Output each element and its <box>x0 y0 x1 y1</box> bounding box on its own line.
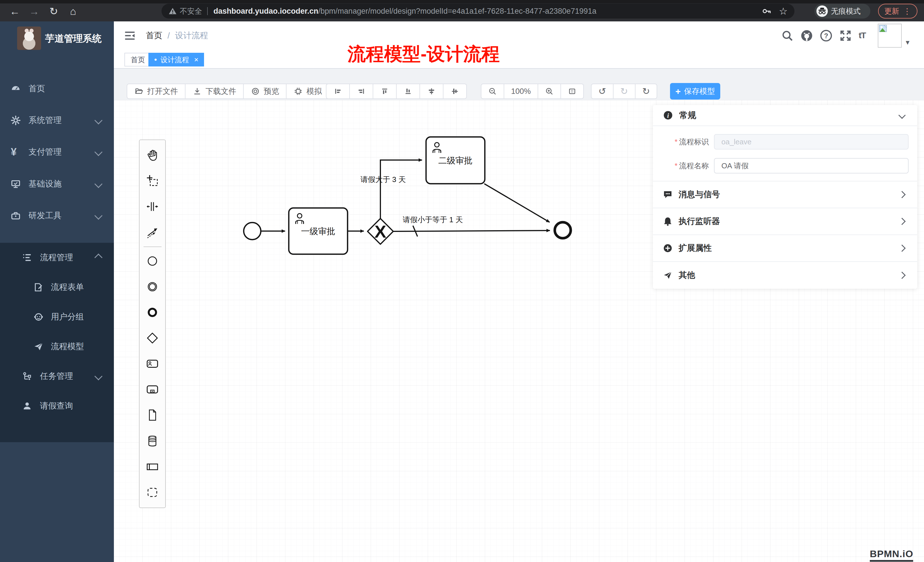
help-icon[interactable]: ? <box>820 29 832 42</box>
browser-reload-button[interactable]: ↻ <box>46 4 62 19</box>
sidebar-item-label: 支付管理 <box>28 146 62 158</box>
section-title: 扩展属性 <box>679 243 712 254</box>
fullscreen-icon[interactable] <box>839 29 852 42</box>
avatar-caret-icon[interactable]: ▾ <box>906 38 909 47</box>
panel-section-execution-listeners[interactable]: 执行监听器 <box>653 208 917 235</box>
sidebar-item-label: 请假查询 <box>40 400 73 412</box>
simulate-button[interactable]: 模拟 <box>286 84 329 99</box>
align-right-button[interactable] <box>350 84 373 99</box>
redo-button[interactable]: ↻ <box>614 84 636 99</box>
flow-gateway-to-end[interactable] <box>393 231 550 231</box>
sidebar-item-user-group[interactable]: 用户分组 <box>0 302 114 332</box>
align-hcenter-icon <box>451 87 459 95</box>
sidebar-item-dashboard[interactable]: 首页 <box>0 73 114 104</box>
sidebar-item-task-management[interactable]: 任务管理 <box>0 361 114 391</box>
designer-toolbar: 打开文件 下载文件 预览 <box>114 69 924 100</box>
tab-home[interactable]: 首页 <box>124 53 151 66</box>
plus-icon: + <box>675 86 681 97</box>
sidebar-item-system[interactable]: 系统管理 <box>0 104 114 136</box>
align-horizontal-center-button[interactable] <box>444 84 466 99</box>
save-model-button[interactable]: + 保存模型 <box>670 83 720 100</box>
avatar[interactable] <box>878 24 902 48</box>
panel-section-general[interactable]: i 常规 <box>653 105 917 126</box>
process-key-input[interactable] <box>714 134 909 150</box>
chevron-down-icon <box>898 112 906 119</box>
bpmn-task-first-approval[interactable]: 一级审批 <box>289 208 348 254</box>
update-chrome-button[interactable]: 更新 ⋮ <box>878 4 917 18</box>
undo-button[interactable]: ↺ <box>591 84 614 99</box>
bpmn-task-second-approval[interactable]: 二级审批 <box>426 137 485 184</box>
breadcrumb-separator: / <box>168 31 170 40</box>
sidebar-item-label: 任务管理 <box>40 370 73 382</box>
align-left-button[interactable] <box>327 84 350 99</box>
bpmn-io-watermark[interactable]: BPMN.iO <box>870 548 913 562</box>
align-right-icon <box>357 87 365 95</box>
browser-tab-strip <box>0 0 924 3</box>
annotation-title: 流程模型-设计流程 <box>348 42 500 66</box>
required-mark: * <box>675 162 678 170</box>
security-label: 不安全 <box>180 6 202 16</box>
search-icon[interactable] <box>781 29 794 42</box>
menu-fold-icon[interactable] <box>124 30 135 41</box>
restart-button[interactable]: ↻ <box>636 84 657 99</box>
breadcrumb-home[interactable]: 首页 <box>146 30 162 41</box>
bpmn-exclusive-gateway[interactable]: X <box>368 219 393 244</box>
chevron-down-icon <box>94 148 102 156</box>
bpmn-start-event[interactable] <box>244 223 261 240</box>
bell-icon <box>663 217 672 226</box>
button-label: 预览 <box>264 86 279 96</box>
panel-section-extended-attributes[interactable]: 扩展属性 <box>653 235 917 262</box>
zoom-level: 100% <box>504 84 538 99</box>
chevron-right-icon <box>898 244 906 252</box>
chevron-right-icon <box>898 218 906 225</box>
password-key-icon[interactable] <box>762 6 772 16</box>
svg-text:?: ? <box>824 32 828 40</box>
breadcrumb-current: 设计流程 <box>175 30 208 41</box>
sidebar-item-process-form[interactable]: 流程表单 <box>0 273 114 302</box>
github-icon[interactable] <box>801 29 813 42</box>
sidebar-item-devtools[interactable]: 研发工具 <box>0 200 114 231</box>
chevron-down-icon <box>94 116 102 124</box>
panel-section-messages-signals[interactable]: 消息与信号 <box>653 181 917 208</box>
align-top-button[interactable] <box>373 84 397 99</box>
open-file-button[interactable]: 打开文件 <box>127 84 186 99</box>
preview-button[interactable]: 预览 <box>244 84 286 99</box>
zoom-reset-button[interactable] <box>561 84 583 99</box>
flow-task2-to-end[interactable] <box>484 184 550 222</box>
align-bottom-button[interactable] <box>397 84 420 99</box>
browser-menu-icon[interactable]: ⋮ <box>903 7 911 16</box>
tab-design-process[interactable]: ● 设计流程 × <box>148 53 204 66</box>
url-host: dashboard.yudao.iocoder.cn <box>213 7 318 16</box>
address-bar[interactable]: 不安全 dashboard.yudao.iocoder.cn/bpm/manag… <box>162 4 795 18</box>
tab-close-icon[interactable]: × <box>194 55 198 64</box>
condition-label-gt3[interactable]: 请假大于 3 天 <box>360 175 406 184</box>
download-file-button[interactable]: 下载文件 <box>186 84 244 99</box>
sidebar-item-payment[interactable]: ¥ 支付管理 <box>0 136 114 168</box>
sidebar-item-infrastructure[interactable]: 基础设施 <box>0 168 114 200</box>
browser-forward-button[interactable]: → <box>26 4 42 19</box>
chevron-up-icon <box>94 253 102 262</box>
bpmn-end-event[interactable] <box>555 222 571 238</box>
sidebar-item-label: 首页 <box>28 83 45 94</box>
sidebar-item-process-management[interactable]: 流程管理 <box>0 243 114 273</box>
sidebar-item-leave-query[interactable]: 请假查询 <box>0 391 114 421</box>
font-size-icon[interactable]: tT <box>859 30 866 40</box>
zoom-in-button[interactable] <box>538 84 561 99</box>
zoom-out-icon <box>488 87 497 96</box>
bookmark-star-icon[interactable]: ☆ <box>779 5 788 17</box>
align-vertical-center-button[interactable] <box>420 84 444 99</box>
zoom-out-button[interactable] <box>482 84 504 99</box>
flow-gateway-to-task2[interactable] <box>380 160 422 218</box>
process-name-input[interactable] <box>714 158 909 174</box>
condition-label-le1[interactable]: 请假小于等于 1 天 <box>403 215 463 224</box>
workflow-submenu: 流程管理 流程表单 用户分组 流程模型 <box>0 243 114 442</box>
browser-home-button[interactable]: ⌂ <box>65 4 81 19</box>
panel-section-other[interactable]: 其他 <box>653 262 917 289</box>
sidebar-item-process-model[interactable]: 流程模型 <box>0 332 114 361</box>
required-mark: * <box>675 138 678 146</box>
app-logo-row[interactable]: 芋道管理系统 <box>0 24 114 52</box>
tree-list-icon <box>22 253 32 262</box>
tabs-bar: 首页 ● 设计流程 × <box>114 50 924 69</box>
browser-back-button[interactable]: ← <box>7 4 23 19</box>
divider <box>207 7 208 15</box>
